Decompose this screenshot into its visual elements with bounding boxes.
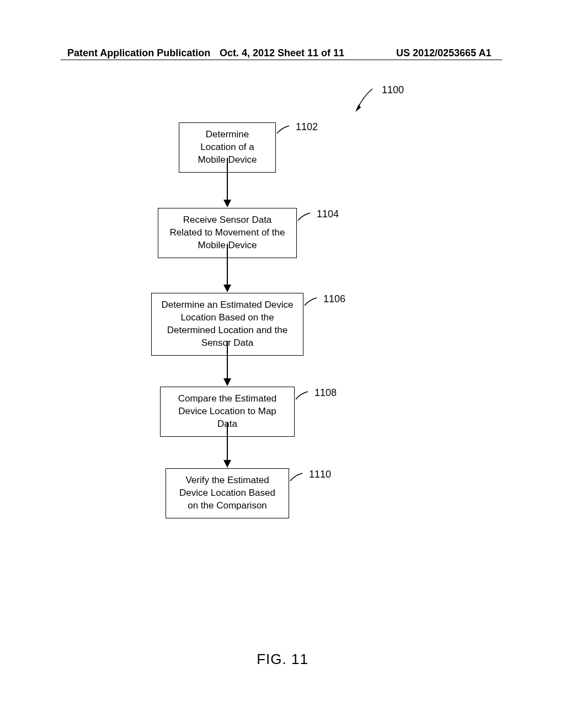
- diagram-ref-1100: 1100: [382, 84, 404, 96]
- arrow-3: [223, 341, 231, 386]
- leader-1108: [295, 390, 312, 402]
- ref-1106: 1106: [323, 293, 345, 305]
- ref-1110: 1110: [309, 469, 331, 480]
- arrow-2: [223, 244, 231, 292]
- header-divider: [61, 60, 502, 60]
- svg-marker-0: [355, 104, 361, 112]
- leader-1102: [276, 125, 294, 136]
- leader-1106: [303, 297, 321, 308]
- arrow-1: [223, 158, 231, 207]
- flow-step-1110: Verify the Estimated Device Location Bas…: [166, 468, 289, 518]
- leader-1104: [297, 212, 315, 223]
- ref-1102: 1102: [296, 121, 318, 133]
- leader-curve-1100: [353, 85, 381, 113]
- ref-1108: 1108: [315, 387, 337, 399]
- header-patent-number: US 2012/0253665 A1: [396, 47, 491, 59]
- ref-1104: 1104: [317, 208, 339, 220]
- header-date-sheet: Oct. 4, 2012 Sheet 11 of 11: [220, 47, 344, 59]
- figure-caption: FIG. 11: [0, 651, 565, 668]
- leader-1110: [289, 472, 307, 483]
- arrow-4: [223, 422, 231, 468]
- header-publication: Patent Application Publication: [67, 47, 210, 59]
